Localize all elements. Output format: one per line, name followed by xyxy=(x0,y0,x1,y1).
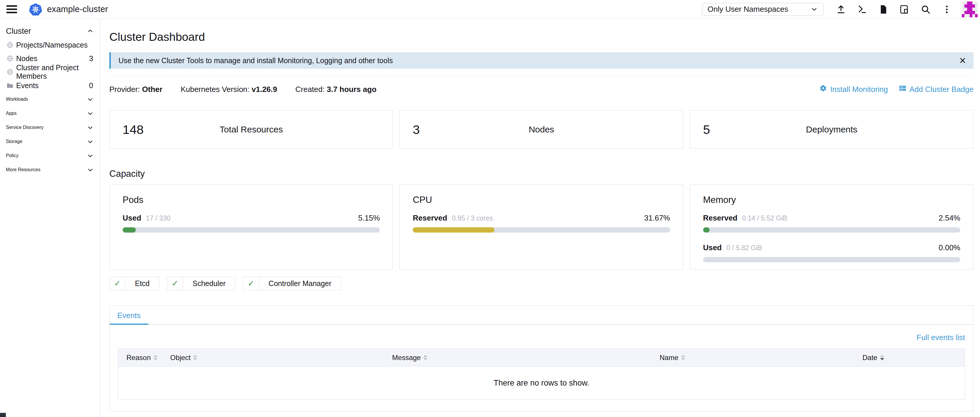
stat-card-nodes[interactable]: 3 Nodes xyxy=(399,110,683,149)
tab-events[interactable]: Events xyxy=(110,306,148,325)
chevron-down-icon xyxy=(87,124,94,131)
cpu-progress-bar xyxy=(413,227,670,233)
empty-table-message: There are no rows to show. xyxy=(118,366,965,400)
column-header-object[interactable]: Object xyxy=(170,354,392,362)
column-header-date[interactable]: Date xyxy=(862,354,965,362)
sort-icon xyxy=(153,355,158,360)
download-kubeconfig-icon[interactable] xyxy=(878,5,888,14)
check-icon: ✓ xyxy=(110,277,126,290)
badge-icon xyxy=(899,84,907,94)
events-panel: Events Full events list Reason Object xyxy=(109,305,974,412)
chevron-down-icon xyxy=(87,152,94,159)
column-header-reason[interactable]: Reason xyxy=(118,354,170,362)
gear-icon xyxy=(819,84,827,94)
etcd-status-badge: ✓ Etcd xyxy=(109,277,159,290)
scheduler-status-badge: ✓ Scheduler xyxy=(167,277,235,290)
sort-icon xyxy=(423,355,427,360)
chevron-down-icon xyxy=(87,96,94,103)
created-info: Created: 3.7 hours ago xyxy=(296,85,377,94)
events-count-badge: 0 xyxy=(89,81,93,90)
globe-icon xyxy=(6,41,14,48)
chevron-down-icon xyxy=(87,110,94,117)
folder-icon xyxy=(6,82,14,89)
sidebar-group-policy[interactable]: Policy xyxy=(0,149,100,163)
tabs-row: Events xyxy=(110,306,973,325)
top-bar: example-cluster Only User Namespaces xyxy=(0,0,980,19)
namespace-filter-dropdown[interactable]: Only User Namespaces xyxy=(702,3,824,16)
events-table: Reason Object Message Name xyxy=(118,349,965,400)
copy-kubeconfig-icon[interactable] xyxy=(899,5,910,14)
sidebar-item-projects-namespaces[interactable]: Projects/Namespaces xyxy=(0,38,100,52)
add-cluster-badge-link[interactable]: Add Cluster Badge xyxy=(899,84,974,94)
provider-info: Provider: Other xyxy=(109,85,162,94)
user-avatar[interactable] xyxy=(962,2,978,17)
install-monitoring-link[interactable]: Install Monitoring xyxy=(819,84,888,94)
capacity-heading: Capacity xyxy=(109,168,974,179)
nodes-count-badge: 3 xyxy=(89,54,93,63)
kubectl-shell-icon[interactable] xyxy=(857,5,867,14)
deployments-label: Deployments xyxy=(806,125,858,135)
sidebar-nav: Cluster Projects/Namespaces Nodes 3 xyxy=(0,19,100,417)
kubernetes-logo-icon xyxy=(29,3,42,16)
sort-icon xyxy=(681,355,685,360)
hamburger-menu-icon[interactable] xyxy=(6,5,17,13)
kebab-menu-icon[interactable] xyxy=(942,5,952,14)
full-events-list-link[interactable]: Full events list xyxy=(916,333,965,342)
nodes-label: Nodes xyxy=(529,125,554,135)
column-header-message[interactable]: Message xyxy=(392,354,660,362)
sidebar-group-apps[interactable]: Apps xyxy=(0,106,100,121)
total-resources-label: Total Resources xyxy=(220,125,283,135)
cluster-tools-banner: Use the new Cluster Tools to manage and … xyxy=(109,52,974,69)
cluster-name-title: example-cluster xyxy=(47,5,108,14)
sort-icon xyxy=(193,355,197,360)
sidebar-group-workloads[interactable]: Workloads xyxy=(0,92,100,106)
chevron-down-icon xyxy=(87,166,94,173)
capacity-card-cpu: CPU Reserved 0.95 / 3 cores 31.67% xyxy=(399,184,683,270)
sidebar-item-cluster-project-members[interactable]: Cluster and Project Members xyxy=(0,65,100,79)
controller-manager-status-badge: ✓ Controller Manager xyxy=(243,277,341,290)
import-yaml-icon[interactable] xyxy=(836,5,846,14)
memory-used-progress-bar xyxy=(703,257,960,262)
main-content: Cluster Dashboard Use the new Cluster To… xyxy=(100,19,980,417)
capacity-card-memory: Memory Reserved 0.14 / 5.52 GiB 2.54% Us… xyxy=(690,184,974,270)
check-icon: ✓ xyxy=(167,277,183,290)
globe-icon xyxy=(6,68,14,76)
sidebar-group-cluster[interactable]: Cluster xyxy=(0,24,100,38)
sidebar-group-service-discovery[interactable]: Service Discovery xyxy=(0,121,100,135)
chevron-up-icon xyxy=(87,28,94,35)
total-resources-value: 148 xyxy=(123,122,144,136)
chevron-down-icon xyxy=(810,6,818,13)
column-header-name[interactable]: Name xyxy=(660,354,862,362)
footer-strip xyxy=(0,413,6,417)
kubernetes-version-info: Kubernetes Version: v1.26.9 xyxy=(181,85,277,94)
page-title: Cluster Dashboard xyxy=(109,30,974,43)
components-row: ✓ Etcd ✓ Scheduler ✓ Controller Manager xyxy=(109,277,974,290)
deployments-value: 5 xyxy=(703,122,710,136)
nodes-value: 3 xyxy=(413,122,420,136)
header-action-icons xyxy=(836,5,952,14)
stats-row: 148 Total Resources 3 Nodes 5 Deployment… xyxy=(109,110,974,149)
chevron-down-icon xyxy=(87,138,94,145)
stat-card-total-resources[interactable]: 148 Total Resources xyxy=(109,110,393,149)
glance-row: Provider: Other Kubernetes Version: v1.2… xyxy=(109,84,974,94)
check-icon: ✓ xyxy=(243,277,259,290)
banner-text: Use the new Cluster Tools to manage and … xyxy=(118,56,393,65)
pods-progress-bar xyxy=(123,227,380,233)
capacity-row: Pods Used 17 / 330 5.15% CPU Reser xyxy=(109,184,974,270)
namespace-filter-value: Only User Namespaces xyxy=(708,5,788,14)
close-icon[interactable]: × xyxy=(959,55,966,66)
sidebar-group-storage[interactable]: Storage xyxy=(0,135,100,149)
divider xyxy=(109,76,974,76)
memory-reserved-progress-bar xyxy=(703,227,960,233)
search-icon[interactable] xyxy=(921,5,931,14)
stat-card-deployments[interactable]: 5 Deployments xyxy=(690,110,974,149)
sidebar-group-more-resources[interactable]: More Resources xyxy=(0,163,100,177)
globe-icon xyxy=(6,55,14,62)
sort-icon-active-desc xyxy=(880,355,884,360)
capacity-card-pods: Pods Used 17 / 330 5.15% xyxy=(109,184,393,270)
events-table-header: Reason Object Message Name xyxy=(118,349,965,366)
sidebar-item-events[interactable]: Events 0 xyxy=(0,79,100,92)
